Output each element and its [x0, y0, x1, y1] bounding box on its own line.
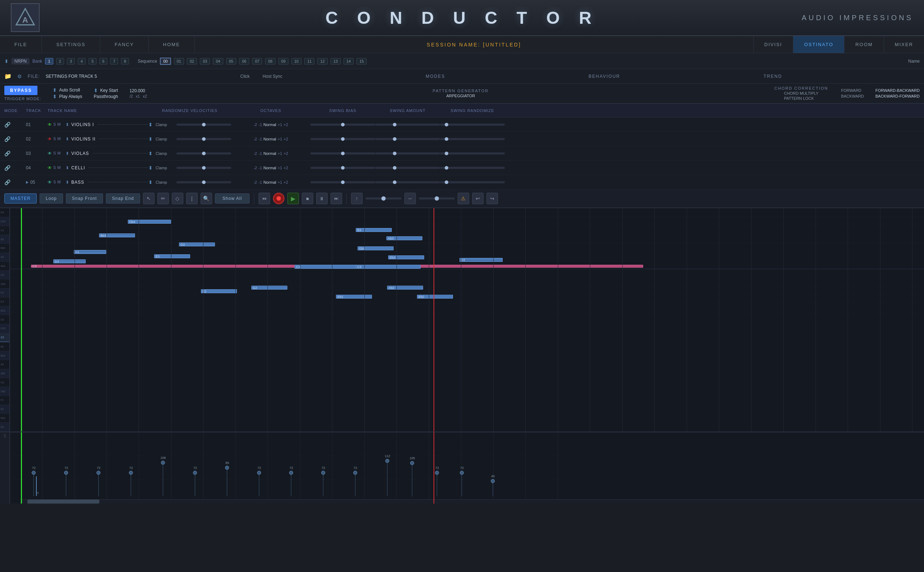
oct-normal[interactable]: Normal: [264, 123, 276, 127]
oct-plus2[interactable]: +2: [284, 166, 288, 170]
track-name[interactable]: CELLI: [71, 165, 85, 170]
note-c3-mid[interactable]: C3: [295, 265, 360, 269]
track-link-icon[interactable]: 🔗: [4, 151, 26, 156]
bank-5[interactable]: 5: [88, 58, 96, 64]
oct-normal[interactable]: Normal: [264, 151, 276, 155]
oct-minus2[interactable]: -2: [254, 151, 257, 155]
track-name[interactable]: VIOLINS II: [71, 137, 95, 141]
seq-10[interactable]: 10: [291, 58, 301, 64]
zoom-tool-icon[interactable]: 🔍: [201, 193, 212, 204]
seq-02[interactable]: 02: [187, 58, 197, 64]
note-gb3[interactable]: Gb3: [358, 246, 394, 250]
seq-06[interactable]: 06: [239, 58, 249, 64]
bank-3[interactable]: 3: [67, 58, 75, 64]
swing-bias-slider[interactable]: [310, 152, 375, 154]
swing-bias-slider[interactable]: [310, 138, 375, 140]
clamp-label[interactable]: Clamp: [155, 166, 174, 170]
oct-plus2[interactable]: +2: [284, 123, 288, 127]
seq-11[interactable]: 11: [304, 58, 314, 64]
oct-minus1[interactable]: -1: [259, 123, 262, 127]
note-eb2-right[interactable]: Eb2: [417, 295, 453, 298]
oct-normal[interactable]: Normal: [264, 180, 276, 184]
velocity-slider[interactable]: [177, 167, 231, 169]
oct-plus1[interactable]: +1: [278, 123, 282, 127]
oct-plus1[interactable]: +1: [278, 151, 282, 155]
bank-2[interactable]: 2: [56, 58, 64, 64]
note-eb2-left[interactable]: Eb2: [336, 295, 372, 298]
nav-file[interactable]: FILE: [0, 36, 42, 53]
oct-minus1[interactable]: -1: [259, 137, 262, 141]
play-button[interactable]: ▶: [287, 193, 299, 204]
track-name[interactable]: BASS: [71, 180, 84, 185]
seq-03[interactable]: 03: [200, 58, 210, 64]
track-solo-btn[interactable]: S: [53, 165, 56, 170]
oct-plus1[interactable]: +1: [278, 166, 282, 170]
swing-rand-slider[interactable]: [440, 152, 505, 154]
oct-minus2[interactable]: -2: [254, 166, 257, 170]
track-name[interactable]: VIOLAS: [71, 151, 89, 156]
backward-label[interactable]: BACKWARD: [841, 94, 864, 98]
seq-01[interactable]: 01: [174, 58, 184, 64]
swing-rand-slider[interactable]: [440, 167, 505, 169]
pattern-lock[interactable]: PATTERN LOCK: [784, 96, 819, 101]
velocity-slider[interactable]: [177, 181, 231, 183]
nav-ostinato[interactable]: OSTINATO: [793, 36, 844, 53]
oct-minus1[interactable]: -1: [259, 180, 262, 184]
swing-amount-slider[interactable]: [375, 167, 440, 169]
swing-rand-slider[interactable]: [440, 124, 505, 126]
velocity-slider[interactable]: [177, 152, 231, 154]
nav-home[interactable]: HOME: [149, 36, 195, 53]
pause-button[interactable]: ⏸: [316, 193, 328, 204]
nav-fancy[interactable]: FANCY: [100, 36, 148, 53]
note-c3-right[interactable]: C3: [356, 265, 420, 269]
track-eye-icon[interactable]: 👁: [48, 165, 52, 170]
track-solo-btn[interactable]: S: [53, 122, 56, 127]
arpeggiator-label[interactable]: ARPEGGIATOR: [433, 94, 488, 98]
track-mute-btn[interactable]: M: [57, 180, 60, 185]
bkw-fwd-label[interactable]: BACKWARD-FORWARD: [875, 94, 920, 98]
zoom-slider[interactable]: [419, 197, 455, 199]
horizontal-scrollbar[interactable]: [20, 499, 924, 504]
oct-minus1[interactable]: -1: [259, 151, 262, 155]
seq-00[interactable]: 00: [160, 58, 171, 65]
play-always-label[interactable]: Play Always: [59, 94, 82, 99]
oct-minus2[interactable]: -2: [254, 180, 257, 184]
track-eye-icon[interactable]: 👁: [48, 151, 52, 156]
seq-05[interactable]: 05: [226, 58, 236, 64]
show-all-button[interactable]: Show All: [215, 193, 250, 204]
seq-04[interactable]: 04: [213, 58, 223, 64]
track-solo-btn[interactable]: S: [53, 151, 56, 156]
roll-canvas[interactable]: Db4 Bb3 G3 B3 Ab3 Gb3 F3 E3 Eb3 D3 D3 C3…: [10, 208, 924, 432]
nav-settings[interactable]: SETTINGS: [42, 36, 100, 53]
key-start-label[interactable]: Key Start: [100, 88, 118, 93]
oct-minus2[interactable]: -2: [254, 137, 257, 141]
clamp-label[interactable]: Clamp: [155, 123, 174, 127]
track-link-icon[interactable]: 🔗: [4, 136, 26, 142]
seq-12[interactable]: 12: [317, 58, 327, 64]
oct-plus2[interactable]: +2: [284, 151, 288, 155]
track-eye-icon[interactable]: 👁: [48, 137, 52, 141]
track-mute-btn[interactable]: M: [57, 165, 60, 170]
folder-icon[interactable]: 📁: [4, 73, 11, 79]
cut-tool-icon[interactable]: |: [186, 193, 198, 204]
stop-button[interactable]: ■: [302, 193, 313, 204]
swing-bias-slider[interactable]: [310, 167, 375, 169]
bank-6[interactable]: 6: [99, 58, 107, 64]
width-icon[interactable]: ↔: [405, 193, 416, 204]
record-button[interactable]: [273, 193, 284, 204]
oct-minus2[interactable]: -2: [254, 123, 257, 127]
bank-4[interactable]: 4: [78, 58, 86, 64]
track-solo-btn[interactable]: S: [53, 180, 56, 185]
oct-normal[interactable]: Normal: [264, 166, 276, 170]
swing-amount-slider[interactable]: [375, 152, 440, 154]
note-eb3[interactable]: Eb3: [388, 255, 424, 260]
swing-rand-slider[interactable]: [440, 181, 505, 183]
track-eye-icon[interactable]: 👁: [48, 122, 52, 127]
oct-plus2[interactable]: +2: [284, 137, 288, 141]
expand-icon[interactable]: ▶: [26, 180, 29, 184]
undo-icon[interactable]: ↩: [472, 193, 484, 204]
bank-7[interactable]: 7: [110, 58, 118, 64]
track-eye-icon[interactable]: 👁: [48, 180, 52, 185]
passthrough-label[interactable]: Passthrough: [94, 94, 118, 99]
forward-label[interactable]: FORWARD: [841, 88, 864, 93]
